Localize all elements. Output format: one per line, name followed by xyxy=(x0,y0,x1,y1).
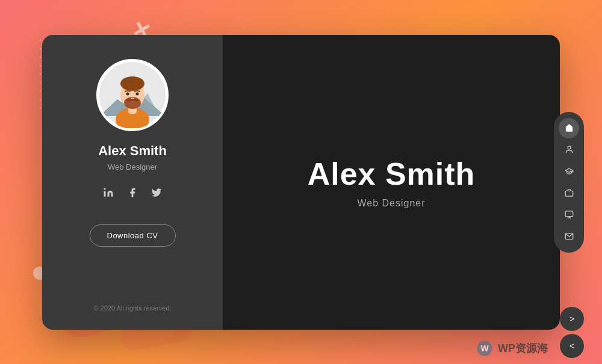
nav-about[interactable] xyxy=(559,140,579,160)
watermark: W WP资源海 xyxy=(476,340,548,357)
main-heading: Alex Smith xyxy=(308,156,476,192)
social-links xyxy=(101,185,164,200)
facebook-icon[interactable] xyxy=(125,185,140,200)
svg-point-6 xyxy=(120,76,144,91)
avatar xyxy=(96,59,169,131)
nav-work[interactable] xyxy=(559,183,579,203)
sidebar: Alex Smith Web Designer Download CV xyxy=(42,35,223,330)
twitter-icon[interactable] xyxy=(149,185,164,200)
sidebar-name: Alex Smith xyxy=(98,143,167,159)
wp-logo-icon: W xyxy=(476,340,493,357)
nav-portfolio[interactable] xyxy=(559,205,579,225)
prev-button[interactable]: < xyxy=(560,334,584,358)
svg-point-11 xyxy=(104,188,106,190)
sidebar-title: Web Designer xyxy=(108,162,157,171)
main-content: Alex Smith Web Designer xyxy=(223,35,560,330)
right-nav xyxy=(554,112,584,253)
svg-rect-13 xyxy=(565,191,573,196)
svg-rect-14 xyxy=(565,211,573,217)
nav-education[interactable] xyxy=(559,161,579,182)
nav-home[interactable] xyxy=(559,118,579,138)
svg-point-8 xyxy=(126,92,129,95)
svg-point-9 xyxy=(136,92,139,95)
sidebar-footer: © 2020 All rights reserved. xyxy=(93,304,171,312)
svg-point-12 xyxy=(568,146,571,149)
watermark-text: WP资源海 xyxy=(498,341,548,356)
avatar-image xyxy=(99,62,166,128)
download-cv-button[interactable]: Download CV xyxy=(90,224,176,247)
svg-text:W: W xyxy=(480,344,489,353)
next-button[interactable]: > xyxy=(560,307,584,331)
main-card: Alex Smith Web Designer Download CV xyxy=(42,35,560,330)
nav-contact[interactable] xyxy=(559,226,579,247)
linkedin-icon[interactable] xyxy=(101,185,116,200)
main-subheading: Web Designer xyxy=(357,198,425,209)
